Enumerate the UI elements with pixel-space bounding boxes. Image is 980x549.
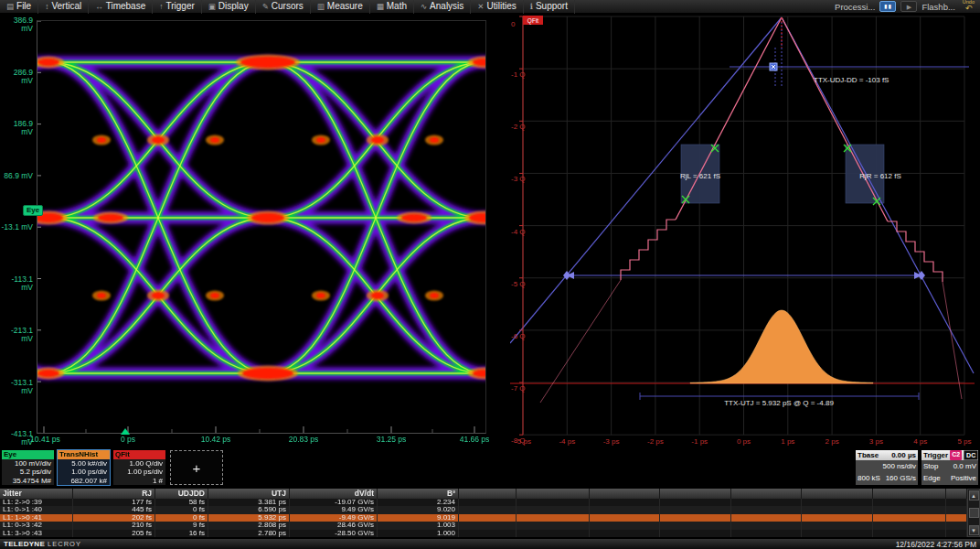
column-header-rj[interactable]: RJ [73,489,155,499]
menu-file[interactable]: ▤File [0,0,38,14]
jitter-y-label: -4 Q [511,228,526,236]
eye-x-label: 0 ps [99,436,157,444]
cell-empty [660,522,731,529]
menu-measure[interactable]: ▥Measure [311,0,370,14]
trigger-position-marker[interactable] [121,428,130,435]
column-header-udjdd[interactable]: UDJDD [155,489,208,499]
cursors-menu-icon: ✎ [262,3,269,11]
menu-support[interactable]: ℹSupport [524,0,575,14]
column-header-b-[interactable]: B² [378,489,459,499]
menu-cursors[interactable]: ✎Cursors [256,0,311,14]
timebase-descriptor-box[interactable]: Tbase 0.00 µs 500 ns/div 800 kS 160 GS/s [855,449,919,486]
column-header-jitter[interactable]: Jitter [0,489,73,499]
scroll-down-button[interactable]: ▼ [969,525,979,535]
cell-empty [873,522,946,529]
cell-empty [946,506,967,513]
trigger-mode: Stop [923,460,938,472]
descriptor-line: 1.00 Q/div [113,459,165,468]
descriptor-box-qfit[interactable]: QFit1.00 Q/div1.00 ps/div1 # [112,449,166,486]
cell: 0 fs [155,514,208,522]
cell: 0 fs [155,506,208,513]
cell: 2.808 ps [208,522,290,529]
cell-empty [590,499,660,506]
descriptor-line: 1 # [113,477,165,485]
menu-items: ▤File↕Vertical↔Timebase↑Trigger▣Display✎… [0,0,575,14]
menu-bar: ▤File↕Vertical↔Timebase↑Trigger▣Display✎… [0,0,980,14]
menu-vertical[interactable]: ↕Vertical [38,0,89,14]
menu-math[interactable]: ▦Math [370,0,414,14]
column-header-empty [873,489,946,499]
jitter-plot-svg[interactable]: TTX-UDJ-DD = -103 fSRjL = 621 fSRjR = 61… [510,15,975,447]
play-button[interactable]: ▶ [900,1,917,12]
undo-button[interactable]: Undo ↶ [960,0,977,13]
jitter-x-label: 3 ps [869,437,883,446]
undo-icon: ↶ [965,5,973,13]
descriptor-title: Eye [2,450,54,459]
table-row[interactable]: L1: 1->0 :41202 fs0 fs5.932 ps-9.49 GV/s… [0,514,967,522]
scroll-up-button[interactable]: ▲ [969,490,979,501]
jitter-x-label: -2 ps [647,437,664,446]
descriptor-box-eye[interactable]: Eye100 mV/div5.2 ps/div35.4754 M# [1,449,55,486]
cell: 9.019 [378,514,459,522]
cell-empty [946,514,967,522]
cell: 2.780 ps [208,530,290,537]
cell-empty [946,522,967,529]
jitter-x-label: -4 ps [559,437,575,446]
cell-empty [459,514,517,522]
cell-empty [459,522,517,529]
trigger-type: Edge [923,472,941,484]
menu-display[interactable]: ▣Display [202,0,256,14]
eye-plot[interactable] [37,20,486,434]
trigger-descriptor-box[interactable]: Trigger C2 DC Stop 0.0 mV Edge Positive [921,449,979,486]
menu-timebase[interactable]: ↔Timebase [89,0,153,14]
scroll-thumb[interactable] [969,508,979,518]
menu-analysis[interactable]: ∿Analysis [414,0,471,14]
trigger-title: Trigger [923,451,948,459]
cell: 9.49 GV/s [290,506,378,513]
column-header-utj[interactable]: UTJ [208,489,290,499]
eye-trace-badge[interactable]: Eye [23,205,43,216]
cell: 205 fs [73,530,155,537]
jitter-x-label: 0 ps [737,437,751,446]
pause-button[interactable]: ▮▮ [879,1,896,12]
trigger-level: 0.0 mV [953,460,976,472]
table-row[interactable]: L1: 2->0 :39177 fs58 fs3.381 ps-19.07 GV… [0,499,967,506]
descriptor-box-transnhist[interactable]: TransNHist5.00 k#/div1.00 ps/div682.007 … [57,449,111,486]
descriptor-line: 1.00 ps/div [113,468,165,476]
eye-y-label: 86.9 mV [0,172,33,180]
descriptor-title: QFit [113,450,165,459]
column-header-empty [660,489,731,499]
cell: 177 fs [73,499,155,506]
flashback-button[interactable]: Flashb... [921,2,954,12]
eye-y-label: -13.1 mV [0,223,33,231]
table-row[interactable]: L1: 3->0 :43205 fs16 fs2.780 ps-28.50 GV… [0,530,967,537]
column-header-empty [802,489,873,499]
jitter-measure-table: JitterRJUDJDDUTJdV/dtB²L1: 2->0 :39177 f… [0,489,967,537]
eye-x-label: 20.83 ps [274,436,333,444]
processing-button[interactable]: Processi... [835,2,875,12]
cell: 445 fs [73,506,155,513]
descriptor-line: 5.2 ps/div [2,468,54,476]
cell: 16 fs [155,530,208,537]
menu-utilities[interactable]: ✕Utilities [471,0,523,14]
eye-y-label: 286.9 mV [0,69,33,85]
cell: 58 fs [155,499,208,506]
table-row[interactable]: L1: 0->1 :40445 fs0 fs6.590 ps9.49 GV/s9… [0,506,967,513]
cell-empty [731,514,802,522]
jitter-x-label: 5 ps [957,437,971,446]
cell-empty [459,506,517,513]
menu-trigger[interactable]: ↑Trigger [153,0,202,14]
eye-plot-svg [37,21,485,433]
cell-empty [517,514,590,522]
rjr-annotation: RjR = 612 fS [859,172,901,180]
cell: -19.07 GV/s [290,499,378,506]
add-trace-button[interactable]: + [170,450,223,485]
analysis-menu-icon: ∿ [421,3,427,11]
column-header-dv-dt[interactable]: dV/dt [290,489,378,499]
cell-empty [802,514,873,522]
cell-empty [873,499,946,506]
tbase-samples: 800 kS [858,472,880,484]
table-row[interactable]: L1: 0->3 :42210 fs9 fs2.808 ps28.46 GV/s… [0,522,967,529]
cell: 9 fs [155,522,208,529]
descriptor-title: TransNHist [58,450,110,459]
